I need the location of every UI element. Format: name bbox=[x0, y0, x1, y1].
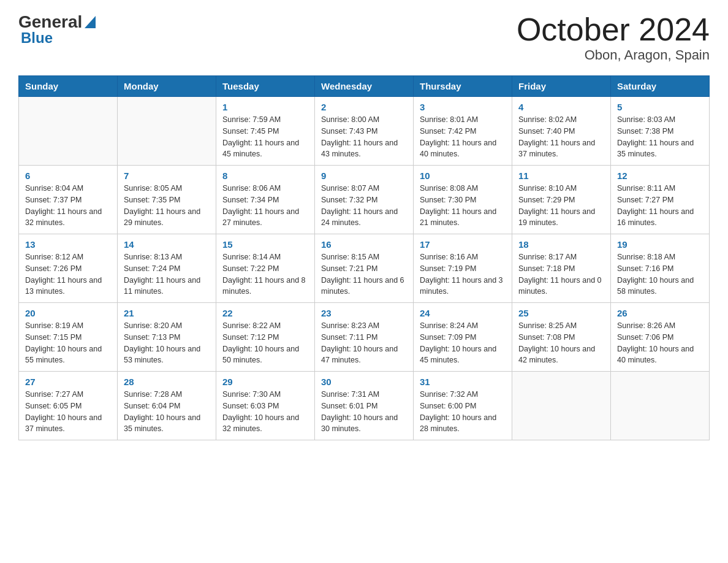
day-number: 25 bbox=[518, 308, 604, 318]
day-info: Sunrise: 8:12 AMSunset: 7:26 PMDaylight:… bbox=[25, 251, 111, 297]
daylight-text: Daylight: 11 hours and 3 minutes. bbox=[420, 276, 503, 296]
calendar-cell bbox=[118, 97, 216, 166]
sunset-text: Sunset: 7:45 PM bbox=[222, 127, 279, 136]
day-number: 11 bbox=[518, 170, 604, 181]
sunset-text: Sunset: 6:00 PM bbox=[420, 402, 476, 410]
sunrise-text: Sunrise: 8:03 AM bbox=[617, 115, 675, 124]
sunset-text: Sunset: 7:38 PM bbox=[617, 127, 673, 136]
day-number: 29 bbox=[222, 377, 308, 387]
day-number: 20 bbox=[25, 308, 111, 318]
sunrise-text: Sunrise: 8:17 AM bbox=[518, 253, 577, 261]
daylight-text: Daylight: 10 hours and 42 minutes. bbox=[518, 345, 595, 365]
calendar-week-row: 1Sunrise: 7:59 AMSunset: 7:45 PMDaylight… bbox=[19, 97, 710, 166]
calendar-cell: 18Sunrise: 8:17 AMSunset: 7:18 PMDayligh… bbox=[512, 234, 611, 303]
day-info: Sunrise: 8:19 AMSunset: 7:15 PMDaylight:… bbox=[25, 320, 111, 366]
calendar-cell: 25Sunrise: 8:25 AMSunset: 7:08 PMDayligh… bbox=[512, 303, 611, 372]
calendar-cell: 20Sunrise: 8:19 AMSunset: 7:15 PMDayligh… bbox=[19, 303, 118, 372]
sunrise-text: Sunrise: 8:00 AM bbox=[321, 115, 379, 124]
daylight-text: Daylight: 11 hours and 37 minutes. bbox=[518, 139, 595, 159]
logo-blue-text: Blue bbox=[21, 29, 53, 47]
daylight-text: Daylight: 10 hours and 55 minutes. bbox=[25, 345, 102, 365]
header-saturday: Saturday bbox=[611, 76, 710, 97]
daylight-text: Daylight: 11 hours and 27 minutes. bbox=[222, 207, 299, 228]
daylight-text: Daylight: 11 hours and 8 minutes. bbox=[222, 276, 306, 296]
title-area: October 2024 Obon, Aragon, Spain bbox=[517, 12, 710, 63]
sunset-text: Sunset: 7:11 PM bbox=[321, 333, 377, 342]
sunset-text: Sunset: 6:04 PM bbox=[124, 402, 180, 410]
sunset-text: Sunset: 7:42 PM bbox=[420, 127, 476, 136]
daylight-text: Daylight: 10 hours and 37 minutes. bbox=[25, 413, 102, 434]
calendar-cell: 27Sunrise: 7:27 AMSunset: 6:05 PMDayligh… bbox=[19, 372, 118, 440]
day-number: 23 bbox=[321, 308, 407, 318]
day-info: Sunrise: 8:16 AMSunset: 7:19 PMDaylight:… bbox=[420, 251, 506, 297]
calendar-week-row: 13Sunrise: 8:12 AMSunset: 7:26 PMDayligh… bbox=[19, 234, 710, 303]
day-number: 5 bbox=[617, 102, 703, 112]
day-number: 18 bbox=[518, 239, 604, 250]
daylight-text: Daylight: 11 hours and 13 minutes. bbox=[25, 276, 102, 296]
sunrise-text: Sunrise: 8:19 AM bbox=[25, 321, 83, 330]
month-year-title: October 2024 bbox=[517, 12, 710, 47]
daylight-text: Daylight: 11 hours and 40 minutes. bbox=[420, 139, 496, 159]
daylight-text: Daylight: 11 hours and 11 minutes. bbox=[124, 276, 200, 296]
day-number: 16 bbox=[321, 239, 407, 250]
day-number: 6 bbox=[25, 170, 111, 181]
calendar-cell: 22Sunrise: 8:22 AMSunset: 7:12 PMDayligh… bbox=[216, 303, 315, 372]
daylight-text: Daylight: 10 hours and 53 minutes. bbox=[124, 345, 200, 365]
day-info: Sunrise: 8:00 AMSunset: 7:43 PMDaylight:… bbox=[321, 114, 407, 160]
sunset-text: Sunset: 7:13 PM bbox=[124, 333, 180, 342]
day-info: Sunrise: 8:24 AMSunset: 7:09 PMDaylight:… bbox=[420, 320, 506, 366]
sunset-text: Sunset: 7:43 PM bbox=[321, 127, 377, 136]
daylight-text: Daylight: 11 hours and 32 minutes. bbox=[25, 207, 102, 228]
sunset-text: Sunset: 7:16 PM bbox=[617, 264, 673, 273]
header-monday: Monday bbox=[118, 76, 216, 97]
day-info: Sunrise: 7:27 AMSunset: 6:05 PMDaylight:… bbox=[25, 389, 111, 435]
sunset-text: Sunset: 7:15 PM bbox=[25, 333, 82, 342]
day-info: Sunrise: 8:20 AMSunset: 7:13 PMDaylight:… bbox=[124, 320, 210, 366]
day-number: 30 bbox=[321, 377, 407, 387]
day-info: Sunrise: 8:06 AMSunset: 7:34 PMDaylight:… bbox=[222, 183, 308, 229]
sunset-text: Sunset: 7:21 PM bbox=[321, 264, 377, 273]
daylight-text: Daylight: 10 hours and 40 minutes. bbox=[617, 345, 694, 365]
calendar-week-row: 20Sunrise: 8:19 AMSunset: 7:15 PMDayligh… bbox=[19, 303, 710, 372]
day-info: Sunrise: 8:11 AMSunset: 7:27 PMDaylight:… bbox=[617, 183, 703, 229]
day-number: 17 bbox=[420, 239, 506, 250]
sunset-text: Sunset: 7:08 PM bbox=[518, 333, 575, 342]
sunset-text: Sunset: 7:22 PM bbox=[222, 264, 279, 273]
sunrise-text: Sunrise: 8:18 AM bbox=[617, 253, 675, 261]
calendar-cell: 16Sunrise: 8:15 AMSunset: 7:21 PMDayligh… bbox=[315, 234, 414, 303]
logo-triangle-icon bbox=[85, 16, 96, 31]
day-info: Sunrise: 8:14 AMSunset: 7:22 PMDaylight:… bbox=[222, 251, 308, 297]
sunset-text: Sunset: 7:09 PM bbox=[420, 333, 476, 342]
sunrise-text: Sunrise: 8:08 AM bbox=[420, 184, 478, 193]
daylight-text: Daylight: 11 hours and 43 minutes. bbox=[321, 139, 398, 159]
day-number: 31 bbox=[420, 377, 506, 387]
sunset-text: Sunset: 7:37 PM bbox=[25, 196, 82, 204]
header-tuesday: Tuesday bbox=[216, 76, 315, 97]
day-info: Sunrise: 7:32 AMSunset: 6:00 PMDaylight:… bbox=[420, 389, 506, 435]
sunrise-text: Sunrise: 8:16 AM bbox=[420, 253, 478, 261]
sunset-text: Sunset: 7:24 PM bbox=[124, 264, 180, 273]
sunset-text: Sunset: 7:12 PM bbox=[222, 333, 279, 342]
sunset-text: Sunset: 7:18 PM bbox=[518, 264, 575, 273]
sunrise-text: Sunrise: 8:02 AM bbox=[518, 115, 577, 124]
calendar-cell: 8Sunrise: 8:06 AMSunset: 7:34 PMDaylight… bbox=[216, 166, 315, 234]
sunrise-text: Sunrise: 8:07 AM bbox=[321, 184, 379, 193]
calendar-cell: 5Sunrise: 8:03 AMSunset: 7:38 PMDaylight… bbox=[611, 97, 710, 166]
daylight-text: Daylight: 11 hours and 6 minutes. bbox=[321, 276, 404, 296]
sunset-text: Sunset: 6:05 PM bbox=[25, 402, 82, 410]
sunrise-text: Sunrise: 8:10 AM bbox=[518, 184, 577, 193]
day-info: Sunrise: 8:05 AMSunset: 7:35 PMDaylight:… bbox=[124, 183, 210, 229]
sunrise-text: Sunrise: 8:14 AM bbox=[222, 253, 281, 261]
day-info: Sunrise: 7:30 AMSunset: 6:03 PMDaylight:… bbox=[222, 389, 308, 435]
sunrise-text: Sunrise: 8:13 AM bbox=[124, 253, 182, 261]
day-info: Sunrise: 8:15 AMSunset: 7:21 PMDaylight:… bbox=[321, 251, 407, 297]
sunrise-text: Sunrise: 7:28 AM bbox=[124, 390, 182, 399]
calendar-cell: 3Sunrise: 8:01 AMSunset: 7:42 PMDaylight… bbox=[414, 97, 512, 166]
sunrise-text: Sunrise: 7:32 AM bbox=[420, 390, 478, 399]
day-number: 28 bbox=[124, 377, 210, 387]
sunrise-text: Sunrise: 8:05 AM bbox=[124, 184, 182, 193]
sunset-text: Sunset: 7:32 PM bbox=[321, 196, 377, 204]
svg-marker-0 bbox=[85, 16, 96, 28]
header-friday: Friday bbox=[512, 76, 611, 97]
day-number: 21 bbox=[124, 308, 210, 318]
